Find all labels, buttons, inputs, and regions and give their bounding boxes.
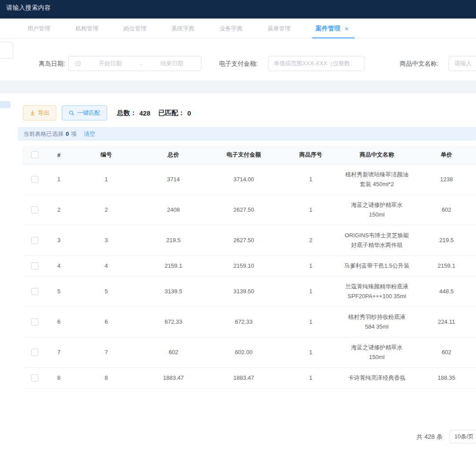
row-checkbox[interactable] (31, 262, 38, 269)
cell-index: 7 (47, 337, 71, 368)
tab-item-3[interactable]: 系统字典 (170, 19, 196, 38)
matched-count-label: 已匹配： (158, 109, 185, 117)
selection-text-prefix: 当前表格已选择 (23, 130, 63, 138)
column-header-0: # (47, 146, 71, 165)
export-button[interactable]: 导出 (23, 105, 56, 120)
table-row: 33219.52627.502ORIGINS韦博士灵芝焕能好底子精华水两件组21… (23, 225, 476, 256)
page-size-select[interactable]: 10条/页 (450, 430, 476, 443)
cell-unit: 448.5 (414, 277, 476, 307)
total-count-label: 总数： (117, 109, 137, 117)
cell-epay: 3714.00 (205, 165, 282, 195)
date-filter-label: 离岛日期: (39, 60, 65, 68)
cell-unit: 602 (414, 195, 476, 225)
case-items-table: #编号总价电子支付金额商品序号商品中文名称单价1137143714.001植村秀… (23, 146, 476, 389)
cell-epay: 602.00 (205, 337, 282, 368)
cell-name: 马爹利蓝带干邑1.5公升装 (339, 256, 414, 277)
one-click-match-label: 一键匹配 (77, 109, 100, 117)
table-row: 442159.12159.101马爹利蓝带干邑1.5公升装2159.1 (23, 256, 476, 277)
cell-total: 3139.5 (141, 277, 205, 307)
table-row: 2224082627.501海蓝之谜修护精萃水 150ml602 (23, 195, 476, 225)
cell-epay: 2627.50 (205, 225, 282, 256)
cell-code: 7 (71, 337, 141, 368)
collapsed-panel-corner[interactable] (0, 42, 13, 59)
cell-item-no: 1 (282, 195, 339, 225)
select-all-checkbox[interactable] (31, 151, 38, 158)
row-checkbox[interactable] (31, 176, 38, 183)
start-date-input[interactable]: 开始日期 (81, 60, 139, 67)
section-divider (0, 80, 476, 94)
cell-index: 2 (47, 195, 71, 225)
cell-item-no: 1 (282, 337, 339, 368)
global-search-input[interactable]: 请输入搜索内容 (6, 4, 51, 12)
table-row: 881883.471883.471卡诗菁纯亮泽经典香氛188.35 (23, 368, 476, 389)
row-checkbox[interactable] (31, 374, 38, 381)
tab-close-icon[interactable]: × (345, 25, 349, 32)
cell-name: 植村秀羽纱持妆粉底液 584 35ml (339, 307, 414, 337)
row-checkbox[interactable] (31, 349, 38, 356)
tab-label: 岗位管理 (123, 25, 146, 33)
cell-code: 8 (71, 368, 141, 389)
export-button-label: 导出 (38, 109, 49, 117)
cell-epay: 672.33 (205, 307, 282, 337)
epay-amount-input[interactable]: 单值或范围XXX-XXX（仅整数 (268, 56, 364, 71)
cell-item-no: 1 (282, 277, 339, 307)
cell-total: 219.5 (141, 225, 205, 256)
selection-count: 0 (66, 131, 69, 137)
cell-unit: 224.11 (414, 307, 476, 337)
cell-unit: 602 (414, 337, 476, 368)
cell-epay: 3139.50 (205, 277, 282, 307)
cell-item-no: 2 (282, 225, 339, 256)
pagination-total: 共 428 条 (416, 433, 443, 441)
tab-item-0[interactable]: 用户管理 (26, 19, 52, 38)
app-window: 请输入搜索内容 用户管理机构管理岗位管理系统字典业务字典菜单管理案件管理× 离岛… (0, 0, 476, 475)
cell-item-no: 1 (282, 368, 339, 389)
clear-selection-link[interactable]: 清空 (84, 130, 95, 138)
tab-item-6[interactable]: 案件管理× (314, 19, 350, 38)
cell-epay: 1883.47 (205, 368, 282, 389)
cell-index: 6 (47, 307, 71, 337)
amount-filter-label: 电子支付金额: (219, 60, 258, 68)
cell-index: 1 (47, 165, 71, 195)
tab-label: 案件管理 (316, 25, 340, 33)
cell-index: 8 (47, 368, 71, 389)
cell-item-no: 1 (282, 256, 339, 277)
cell-item-no: 1 (282, 165, 339, 195)
clock-icon (75, 60, 81, 67)
cell-name: 植村秀新琥珀臻萃洁颜油套装 450ml*2 (339, 165, 414, 195)
table-row: 1137143714.001植村秀新琥珀臻萃洁颜油套装 450ml*21238 (23, 165, 476, 195)
download-icon (30, 110, 35, 116)
table-row: 77602602.001海蓝之谜修护精萃水 150ml602 (23, 337, 476, 368)
row-checkbox[interactable] (31, 318, 38, 325)
total-count-value: 428 (139, 109, 150, 117)
tab-label: 机构管理 (75, 25, 98, 33)
date-range-picker[interactable]: 开始日期 - 结束日期 (68, 56, 201, 71)
topbar: 请输入搜索内容 (0, 0, 476, 19)
table-row: 66672.33672.331植村秀羽纱持妆粉底液 584 35ml224.11 (23, 307, 476, 337)
date-range-separator: - (139, 60, 143, 67)
tab-item-2[interactable]: 岗位管理 (122, 19, 148, 38)
cell-total: 1883.47 (141, 368, 205, 389)
cell-index: 4 (47, 256, 71, 277)
row-checkbox[interactable] (31, 237, 38, 244)
column-header-1: 编号 (71, 146, 141, 165)
tab-item-5[interactable]: 菜单管理 (266, 19, 292, 38)
product-name-filter-label: 商品中文名称: (400, 60, 439, 68)
search-icon (69, 110, 74, 116)
cell-unit: 219.5 (414, 225, 476, 256)
one-click-match-button[interactable]: 一键匹配 (62, 105, 107, 120)
cell-code: 2 (71, 195, 141, 225)
row-checkbox[interactable] (31, 206, 38, 213)
cell-epay: 2627.50 (205, 195, 282, 225)
clipped-element (0, 101, 11, 108)
table-header-row: #编号总价电子支付金额商品序号商品中文名称单价 (23, 146, 476, 165)
tab-item-4[interactable]: 业务字典 (218, 19, 244, 38)
cell-total: 602 (141, 337, 205, 368)
product-name-input[interactable]: 请输入 (449, 56, 476, 71)
cell-index: 5 (47, 277, 71, 307)
row-checkbox[interactable] (31, 288, 38, 295)
selection-bar: 当前表格已选择 0 项 清空 (18, 127, 476, 141)
column-header-2: 总价 (141, 146, 205, 165)
end-date-input[interactable]: 结束日期 (143, 60, 201, 67)
tab-item-1[interactable]: 机构管理 (74, 19, 100, 38)
cell-code: 1 (71, 165, 141, 195)
